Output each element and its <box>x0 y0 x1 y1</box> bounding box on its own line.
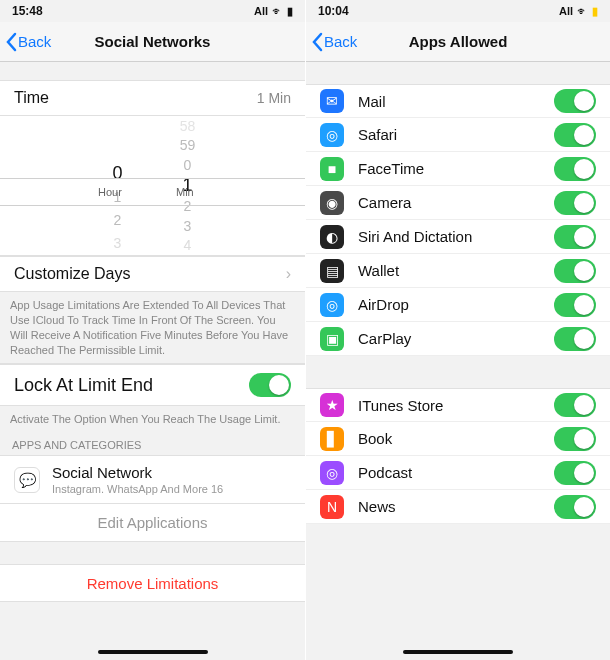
chevron-left-icon <box>310 32 324 52</box>
home-indicator[interactable] <box>403 650 513 654</box>
carplay-icon: ▣ <box>320 327 344 351</box>
app-row-wallet[interactable]: ▤Wallet <box>306 254 610 288</box>
toggle-facetime[interactable] <box>554 157 596 181</box>
lock-note: Activate The Option When You Reach The U… <box>0 406 305 433</box>
customize-days-row[interactable]: Customize Days › <box>0 256 305 292</box>
app-row-siri[interactable]: ◐Siri And Dictation <box>306 220 610 254</box>
apps-group-2: ★ITunes Store▋Book◎PodcastNNews <box>306 388 610 524</box>
book-icon: ▋ <box>320 427 344 451</box>
status-carrier: All <box>559 5 573 17</box>
toggle-carplay[interactable] <box>554 327 596 351</box>
app-row-camera[interactable]: ◉Camera <box>306 186 610 220</box>
page-title: Apps Allowed <box>409 33 508 50</box>
toggle-siri[interactable] <box>554 225 596 249</box>
phone-left: 15:48 All ᯤ ▮ Back Social Networks Time … <box>0 0 305 660</box>
nav-bar: Back Social Networks <box>0 22 305 62</box>
category-row[interactable]: 💬 Social Network Instagram. WhatsApp And… <box>0 455 305 504</box>
back-button[interactable]: Back <box>306 32 357 52</box>
usage-note: App Usage Limitations Are Extended To Al… <box>0 292 305 364</box>
toggle-podcast[interactable] <box>554 461 596 485</box>
app-name: AirDrop <box>358 296 554 313</box>
wifi-icon: ᯤ <box>272 5 283 17</box>
hour-unit: Hour <box>98 186 122 198</box>
toggle-book[interactable] <box>554 427 596 451</box>
status-time: 15:48 <box>12 4 254 18</box>
safari-icon: ◎ <box>320 123 344 147</box>
time-row[interactable]: Time 1 Min <box>0 80 305 116</box>
app-name: News <box>358 498 554 515</box>
app-name: CarPlay <box>358 330 554 347</box>
app-name: Camera <box>358 194 554 211</box>
lock-toggle[interactable] <box>249 373 291 397</box>
app-row-airdrop[interactable]: ◎AirDrop <box>306 288 610 322</box>
toggle-wallet[interactable] <box>554 259 596 283</box>
toggle-news[interactable] <box>554 495 596 519</box>
edit-applications-button[interactable]: Edit Applications <box>0 504 305 542</box>
toggle-airdrop[interactable] <box>554 293 596 317</box>
status-time: 10:04 <box>318 4 559 18</box>
wifi-icon: ᯤ <box>577 5 588 17</box>
toggle-camera[interactable] <box>554 191 596 215</box>
app-row-podcast[interactable]: ◎Podcast <box>306 456 610 490</box>
app-row-book[interactable]: ▋Book <box>306 422 610 456</box>
app-name: Book <box>358 430 554 447</box>
nav-bar: Back Apps Allowed <box>306 22 610 62</box>
chevron-right-icon: › <box>282 265 291 283</box>
page-title: Social Networks <box>95 33 211 50</box>
app-name: Siri And Dictation <box>358 228 554 245</box>
app-row-safari[interactable]: ◎Safari <box>306 118 610 152</box>
app-row-itunes[interactable]: ★ITunes Store <box>306 388 610 422</box>
app-row-news[interactable]: NNews <box>306 490 610 524</box>
home-indicator[interactable] <box>98 650 208 654</box>
camera-icon: ◉ <box>320 191 344 215</box>
airdrop-icon: ◎ <box>320 293 344 317</box>
mail-icon: ✉ <box>320 89 344 113</box>
status-bar: 15:48 All ᯤ ▮ <box>0 0 305 22</box>
wallet-icon: ▤ <box>320 259 344 283</box>
app-name: Mail <box>358 93 554 110</box>
apps-group-1: ✉Mail◎Safari■FaceTime◉Camera◐Siri And Di… <box>306 84 610 356</box>
app-name: FaceTime <box>358 160 554 177</box>
chat-icon: 💬 <box>14 467 40 493</box>
app-name: Wallet <box>358 262 554 279</box>
siri-icon: ◐ <box>320 225 344 249</box>
app-name: Podcast <box>358 464 554 481</box>
remove-limitations-button[interactable]: Remove Limitations <box>0 564 305 602</box>
back-button[interactable]: Back <box>0 32 51 52</box>
app-row-carplay[interactable]: ▣CarPlay <box>306 322 610 356</box>
time-picker[interactable]: 0 1 2 3 58 59 0 1 2 3 4 Hour Min <box>0 116 305 256</box>
itunes-icon: ★ <box>320 393 344 417</box>
app-row-mail[interactable]: ✉Mail <box>306 84 610 118</box>
battery-icon: ▮ <box>287 5 293 18</box>
app-row-facetime[interactable]: ■FaceTime <box>306 152 610 186</box>
toggle-mail[interactable] <box>554 89 596 113</box>
news-icon: N <box>320 495 344 519</box>
podcast-icon: ◎ <box>320 461 344 485</box>
app-name: ITunes Store <box>358 397 554 414</box>
facetime-icon: ■ <box>320 157 344 181</box>
status-bar: 10:04 All ᯤ ▮ <box>306 0 610 22</box>
lock-at-limit-row[interactable]: Lock At Limit End <box>0 364 305 406</box>
chevron-left-icon <box>4 32 18 52</box>
phone-right: 10:04 All ᯤ ▮ Back Apps Allowed ✉Mail◎Sa… <box>305 0 610 660</box>
toggle-safari[interactable] <box>554 123 596 147</box>
apps-categories-header: APPS AND CATEGORIES <box>0 433 305 455</box>
battery-low-icon: ▮ <box>592 5 598 18</box>
status-carrier: All <box>254 5 268 17</box>
toggle-itunes[interactable] <box>554 393 596 417</box>
app-name: Safari <box>358 126 554 143</box>
min-unit: Min <box>176 186 194 198</box>
